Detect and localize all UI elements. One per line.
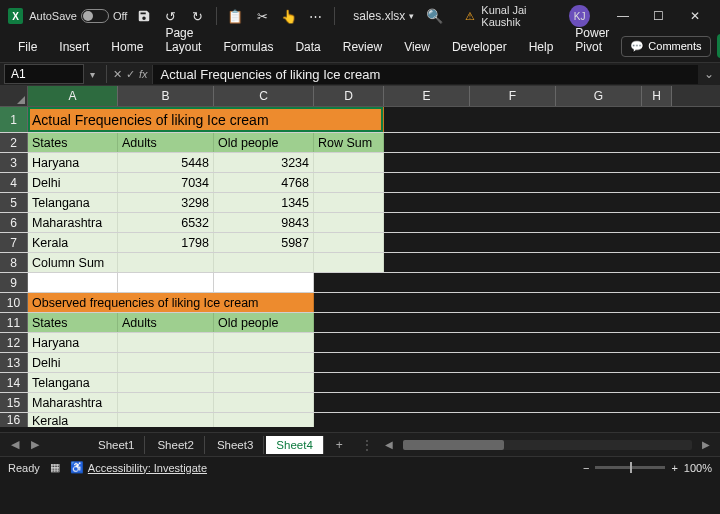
tab-help[interactable]: Help xyxy=(519,34,564,62)
cut-icon[interactable]: ✂ xyxy=(252,5,273,27)
sheet-tab-3[interactable]: Sheet3 xyxy=(207,436,264,454)
cell-a15[interactable]: Maharashtra xyxy=(28,393,118,412)
tab-data[interactable]: Data xyxy=(285,34,330,62)
cell-c11[interactable]: Old people xyxy=(214,313,314,332)
fx-icon[interactable]: fx xyxy=(139,68,148,80)
cell-c2[interactable]: Old people xyxy=(214,133,314,152)
tab-insert[interactable]: Insert xyxy=(49,34,99,62)
cell-b4[interactable]: 7034 xyxy=(118,173,214,192)
cell-d6[interactable] xyxy=(314,213,384,232)
col-header-c[interactable]: C xyxy=(214,86,314,106)
row-header-1[interactable]: 1 xyxy=(0,107,28,132)
quick-access-more-icon[interactable]: ⋯ xyxy=(305,5,326,27)
cell-a4[interactable]: Delhi xyxy=(28,173,118,192)
name-box-dropdown-icon[interactable]: ▾ xyxy=(84,69,100,80)
formula-bar-expand-icon[interactable]: ⌄ xyxy=(698,67,720,81)
cell-a13[interactable]: Delhi xyxy=(28,353,118,372)
share-button[interactable] xyxy=(717,34,720,58)
cell-c5[interactable]: 1345 xyxy=(214,193,314,212)
toggle-switch-icon[interactable] xyxy=(81,9,109,23)
cell-a6[interactable]: Maharashtra xyxy=(28,213,118,232)
cell-a14[interactable]: Telangana xyxy=(28,373,118,392)
cell-g1[interactable] xyxy=(556,107,642,132)
cell-a10[interactable]: Observed frequencies of liking Ice cream xyxy=(28,293,314,312)
cell-c3[interactable]: 3234 xyxy=(214,153,314,172)
formula-bar[interactable]: Actual Frequencies of liking Ice cream xyxy=(152,65,698,84)
cell-f1[interactable] xyxy=(470,107,556,132)
add-sheet-button[interactable]: + xyxy=(326,435,353,455)
select-all-button[interactable] xyxy=(0,86,28,106)
sheet-tab-1[interactable]: Sheet1 xyxy=(88,436,145,454)
maximize-button[interactable]: ☐ xyxy=(642,4,676,28)
scroll-left-icon[interactable]: ◀ xyxy=(385,439,393,450)
scroll-right-icon[interactable]: ▶ xyxy=(702,439,710,450)
zoom-slider[interactable] xyxy=(595,466,665,469)
cell-a1[interactable]: Actual Frequencies of liking Ice cream xyxy=(28,107,384,132)
cell-a16[interactable]: Kerala xyxy=(28,413,118,427)
cell-b3[interactable]: 5448 xyxy=(118,153,214,172)
tab-file[interactable]: File xyxy=(8,34,47,62)
tab-formulas[interactable]: Formulas xyxy=(213,34,283,62)
zoom-out-button[interactable]: − xyxy=(583,462,589,474)
accessibility-button[interactable]: ♿ Accessibility: Investigate xyxy=(70,461,207,474)
paste-icon[interactable]: 📋 xyxy=(225,5,246,27)
col-header-f[interactable]: F xyxy=(470,86,556,106)
cancel-formula-icon[interactable]: ✕ xyxy=(113,68,122,81)
tab-view[interactable]: View xyxy=(394,34,440,62)
cell-a11[interactable]: States xyxy=(28,313,118,332)
enter-formula-icon[interactable]: ✓ xyxy=(126,68,135,81)
cell-c4[interactable]: 4768 xyxy=(214,173,314,192)
cell-e1[interactable] xyxy=(384,107,470,132)
autosave-toggle[interactable]: AutoSave Off xyxy=(29,9,127,23)
horizontal-scrollbar[interactable]: ◀ ▶ xyxy=(381,439,714,450)
cell-b6[interactable]: 6532 xyxy=(118,213,214,232)
cell-h1[interactable] xyxy=(642,107,672,132)
cell-a12[interactable]: Haryana xyxy=(28,333,118,352)
sheet-tab-4[interactable]: Sheet4 xyxy=(266,436,323,454)
cell-b8[interactable] xyxy=(118,253,214,272)
tab-power-pivot[interactable]: Power Pivot xyxy=(565,20,619,62)
cell-c8[interactable] xyxy=(214,253,314,272)
cell-d8[interactable] xyxy=(314,253,384,272)
tab-home[interactable]: Home xyxy=(101,34,153,62)
cell-c7[interactable]: 5987 xyxy=(214,233,314,252)
cell-b2[interactable]: Adults xyxy=(118,133,214,152)
sheet-nav-next-icon[interactable]: ▶ xyxy=(26,438,44,451)
zoom-in-button[interactable]: + xyxy=(671,462,677,474)
cell-a3[interactable]: Haryana xyxy=(28,153,118,172)
comments-button[interactable]: 💬 Comments xyxy=(621,36,710,57)
cell-c6[interactable]: 9843 xyxy=(214,213,314,232)
cell-b11[interactable]: Adults xyxy=(118,313,214,332)
close-button[interactable]: ✕ xyxy=(678,4,712,28)
scroll-thumb[interactable] xyxy=(403,440,504,450)
row-header-2[interactable]: 2 xyxy=(0,133,28,152)
cell-a8[interactable]: Column Sum xyxy=(28,253,118,272)
tab-review[interactable]: Review xyxy=(333,34,392,62)
col-header-d[interactable]: D xyxy=(314,86,384,106)
cell-d5[interactable] xyxy=(314,193,384,212)
cell-d2[interactable]: Row Sum xyxy=(314,133,384,152)
sheet-tab-2[interactable]: Sheet2 xyxy=(147,436,204,454)
save-icon[interactable] xyxy=(133,5,154,27)
tab-page-layout[interactable]: Page Layout xyxy=(155,20,211,62)
col-header-h[interactable]: H xyxy=(642,86,672,106)
cell-a9[interactable] xyxy=(28,273,118,292)
cell-b7[interactable]: 1798 xyxy=(118,233,214,252)
name-box[interactable] xyxy=(4,64,84,84)
sheet-nav-prev-icon[interactable]: ◀ xyxy=(6,438,24,451)
col-header-g[interactable]: G xyxy=(556,86,642,106)
cell-a2[interactable]: States xyxy=(28,133,118,152)
cell-a7[interactable]: Kerala xyxy=(28,233,118,252)
col-header-a[interactable]: A xyxy=(28,86,118,106)
cell-b5[interactable]: 3298 xyxy=(118,193,214,212)
cell-d4[interactable] xyxy=(314,173,384,192)
col-header-b[interactable]: B xyxy=(118,86,214,106)
cell-d3[interactable] xyxy=(314,153,384,172)
stats-icon[interactable]: ▦ xyxy=(50,461,60,474)
touch-mode-icon[interactable]: 👆 xyxy=(279,5,300,27)
col-header-e[interactable]: E xyxy=(384,86,470,106)
search-icon[interactable]: 🔍 xyxy=(426,8,443,24)
tab-developer[interactable]: Developer xyxy=(442,34,517,62)
cell-d7[interactable] xyxy=(314,233,384,252)
cell-a5[interactable]: Telangana xyxy=(28,193,118,212)
